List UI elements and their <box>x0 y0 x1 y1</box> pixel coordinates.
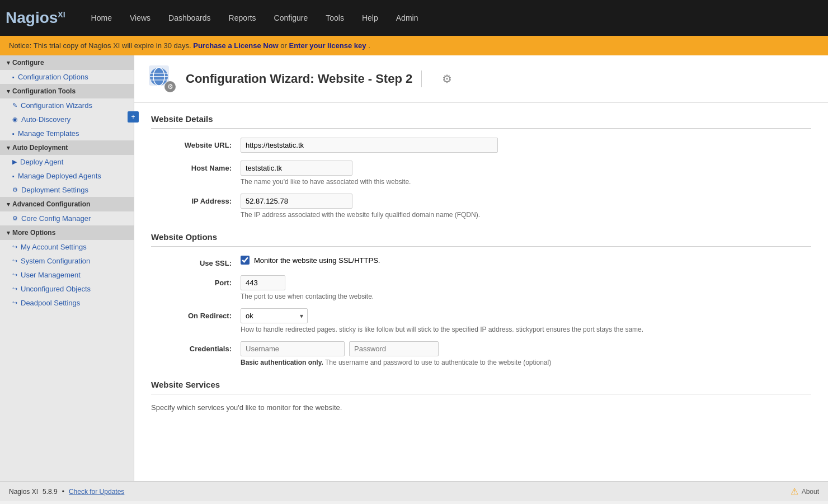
form-area: Website Details Website URL: Host Name: … <box>134 103 828 430</box>
sidebar-item-deploy-agent[interactable]: ▶ Deploy Agent <box>0 155 134 169</box>
wizard-title: Configuration Wizard: Website - Step 2 <box>186 72 412 86</box>
user-management-icon: ↪ <box>12 271 17 279</box>
sidebar-section-config-tools[interactable]: Configuration Tools <box>0 84 134 98</box>
configuration-options-icon: ▪ <box>12 74 15 81</box>
nav-reports[interactable]: Reports <box>220 0 265 36</box>
manage-deployed-agents-icon: ▪ <box>12 173 15 180</box>
trial-banner: Notice: This trial copy of Nagios XI wil… <box>0 36 828 55</box>
sidebar: + Configure ▪ Configuration Options Conf… <box>0 55 134 481</box>
sidebar-item-manage-deployed-agents[interactable]: ▪ Manage Deployed Agents <box>0 169 134 183</box>
trial-period: . <box>368 41 370 50</box>
credentials-hint-text: The username and password to use to auth… <box>325 359 551 366</box>
sidebar-item-config-wizards[interactable]: ✎ Configuration Wizards <box>0 98 134 112</box>
redirect-select[interactable]: ok warning critical follow sticky sticky… <box>241 308 308 323</box>
sidebar-section-more-options[interactable]: More Options <box>0 225 134 240</box>
sidebar-item-unconfigured-objects[interactable]: ↪ Unconfigured Objects <box>0 282 134 296</box>
wizard-icon: ⚙ <box>148 64 177 93</box>
credentials-field: Basic authentication only. The username … <box>241 341 811 366</box>
sidebar-item-core-config-manager[interactable]: ⚙ Core Config Manager <box>0 211 134 225</box>
bullet: • <box>62 488 64 496</box>
bottom-bar-left: Nagios XI 5.8.9 • Check for Updates <box>9 488 124 496</box>
logo[interactable]: NagiosXI <box>6 9 65 27</box>
purchase-license-link[interactable]: Purchase a License Now <box>193 41 278 50</box>
hostname-field: The name you'd like to have associated w… <box>241 161 811 186</box>
credentials-inputs <box>241 341 811 356</box>
ip-label: IP Address: <box>151 194 241 205</box>
ip-field: The IP address associated with the websi… <box>241 194 811 219</box>
credentials-label: Credentials: <box>151 341 241 353</box>
website-services-heading: Website Services <box>151 380 811 394</box>
sidebar-item-auto-discovery[interactable]: ◉ Auto-Discovery <box>0 112 134 126</box>
port-row: Port: The port to use when contacting th… <box>151 275 811 300</box>
core-config-manager-icon: ⚙ <box>12 215 18 222</box>
redirect-row: On Redirect: ok warning critical follow … <box>151 308 811 333</box>
username-input[interactable] <box>241 341 345 356</box>
wizard-gear-icon[interactable]: ⚙ <box>442 72 452 86</box>
nav-help[interactable]: Help <box>353 0 387 36</box>
manage-templates-icon: ▪ <box>12 130 15 137</box>
sidebar-item-system-configuration[interactable]: ↪ System Configuration <box>0 254 134 268</box>
ssl-label: Use SSL: <box>151 256 241 267</box>
port-field: The port to use when contacting the webs… <box>241 275 811 300</box>
sidebar-section-auto-deployment[interactable]: Auto Deployment <box>0 140 134 155</box>
sidebar-expand-button[interactable]: + <box>128 111 139 123</box>
check-updates-link[interactable]: Check for Updates <box>69 488 124 496</box>
sidebar-item-deployment-settings[interactable]: ⚙ Deployment Settings <box>0 183 134 197</box>
nav-configure[interactable]: Configure <box>265 0 317 36</box>
ssl-checkbox[interactable] <box>241 256 250 265</box>
about-link[interactable]: About <box>802 488 819 496</box>
ssl-row: Use SSL: Monitor the website using SSL/H… <box>151 256 811 267</box>
ip-input[interactable] <box>241 194 352 209</box>
password-input[interactable] <box>349 341 439 356</box>
hostname-hint: The name you'd like to have associated w… <box>241 178 811 186</box>
account-settings-icon: ↪ <box>12 243 17 251</box>
svg-text:⚙: ⚙ <box>167 83 173 91</box>
enter-license-link[interactable]: Enter your license key <box>289 41 366 50</box>
nav-views[interactable]: Views <box>121 0 159 36</box>
hostname-input[interactable] <box>241 161 352 176</box>
warning-icon: ⚠ <box>791 486 798 497</box>
app-version: 5.8.9 <box>43 488 58 496</box>
redirect-hint: How to handle redirected pages. sticky i… <box>241 326 811 333</box>
bottom-bar: Nagios XI 5.8.9 • Check for Updates ⚠ Ab… <box>0 481 828 501</box>
sidebar-section-configure[interactable]: Configure <box>0 55 134 70</box>
sidebar-item-deadpool-settings[interactable]: ↪ Deadpool Settings <box>0 296 134 310</box>
redirect-label: On Redirect: <box>151 308 241 320</box>
nav-links: Home Views Dashboards Reports Configure … <box>82 0 427 36</box>
website-options-heading: Website Options <box>151 232 811 247</box>
bottom-bar-right[interactable]: ⚠ About <box>791 486 819 497</box>
ssl-field: Monitor the website using SSL/HTTPS. <box>241 256 811 265</box>
deployment-settings-icon: ⚙ <box>12 186 18 194</box>
ip-row: IP Address: The IP address associated wi… <box>151 194 811 219</box>
credentials-hint: Basic authentication only. The username … <box>241 359 811 366</box>
nav-tools[interactable]: Tools <box>317 0 353 36</box>
redirect-select-wrapper: ok warning critical follow sticky sticky… <box>241 308 308 323</box>
sidebar-item-my-account-settings[interactable]: ↪ My Account Settings <box>0 240 134 254</box>
app-name: Nagios XI <box>9 488 38 496</box>
sidebar-item-user-management[interactable]: ↪ User Management <box>0 268 134 282</box>
url-input[interactable] <box>241 138 498 153</box>
sidebar-item-manage-templates[interactable]: ▪ Manage Templates <box>0 126 134 140</box>
trial-or: or <box>280 41 289 50</box>
sidebar-section-advanced-config[interactable]: Advanced Configuration <box>0 197 134 211</box>
nav-admin[interactable]: Admin <box>387 0 427 36</box>
url-label: Website URL: <box>151 138 241 149</box>
wizard-header: ⚙ Configuration Wizard: Website - Step 2… <box>134 55 828 103</box>
nav-dashboards[interactable]: Dashboards <box>159 0 220 36</box>
sidebar-item-configuration-options[interactable]: ▪ Configuration Options <box>0 70 134 84</box>
port-input[interactable] <box>241 275 285 290</box>
deadpool-settings-icon: ↪ <box>12 299 17 307</box>
port-hint: The port to use when contacting the webs… <box>241 293 811 300</box>
url-row: Website URL: <box>151 138 811 153</box>
ssl-checkbox-label: Monitor the website using SSL/HTTPS. <box>254 256 380 265</box>
wizard-header-divider <box>421 70 422 87</box>
system-config-icon: ↪ <box>12 257 17 265</box>
hostname-label: Host Name: <box>151 161 241 172</box>
auto-discovery-icon: ◉ <box>12 116 18 123</box>
nav-home[interactable]: Home <box>82 0 121 36</box>
credentials-hint-bold: Basic authentication only. <box>241 359 323 366</box>
config-wizards-icon: ✎ <box>12 102 17 109</box>
main-layout: + Configure ▪ Configuration Options Conf… <box>0 55 828 481</box>
website-services-subtext: Specify which services you'd like to mon… <box>151 403 811 412</box>
hostname-row: Host Name: The name you'd like to have a… <box>151 161 811 186</box>
